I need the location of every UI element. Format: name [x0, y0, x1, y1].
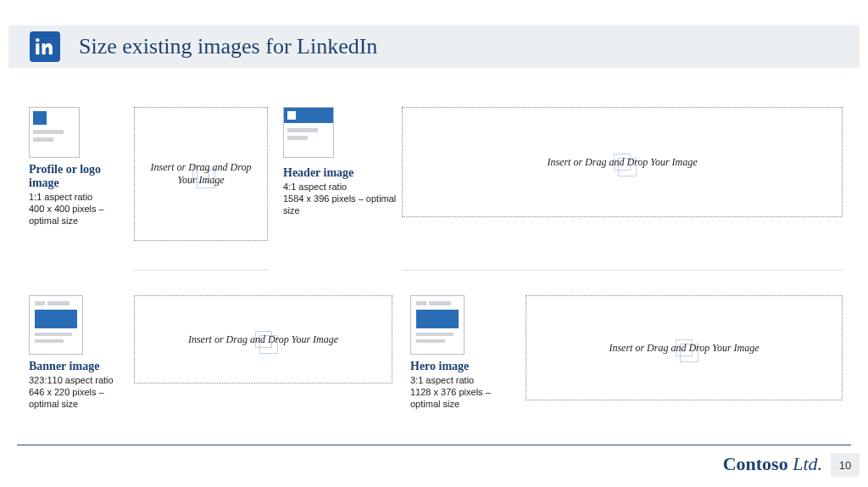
card-header: Header image 4:1 aspect ratio 1584 x 396… [283, 107, 398, 216]
title-bar: Size existing images for LinkedIn [8, 25, 860, 68]
dropzone-header[interactable]: Insert or Drag and Drop Your Image [402, 107, 843, 217]
dropzone-profile[interactable]: Insert or Drag and Drop Your Image [134, 107, 268, 241]
divider [134, 270, 268, 271]
card-banner: Banner image 323:110 aspect ratio 646 x … [29, 295, 131, 410]
profile-desc: 1:1 aspect ratio 400 x 400 pixels – opti… [29, 192, 131, 227]
header-thumb [283, 107, 334, 158]
page-number: 10 [831, 453, 860, 477]
dropzone-label: Insert or Drag and Drop Your Image [181, 333, 345, 346]
banner-title: Banner image [29, 360, 131, 373]
card-profile: Profile or logo image 1:1 aspect ratio 4… [29, 107, 131, 227]
page-title: Size existing images for LinkedIn [79, 34, 377, 59]
dropzone-label: Insert or Drag and Drop Your Image [602, 342, 765, 355]
dropzone-hero[interactable]: Insert or Drag and Drop Your Image [526, 295, 843, 400]
hero-title: Hero image [410, 360, 520, 373]
hero-thumb [410, 295, 465, 355]
linkedin-icon [30, 31, 60, 62]
banner-thumb [29, 295, 83, 355]
dropzone-label: Insert or Drag and Drop Your Image [135, 161, 267, 187]
header-desc: 4:1 aspect ratio 1584 x 396 pixels – opt… [283, 182, 398, 216]
profile-thumb [29, 107, 80, 158]
banner-desc: 323:110 aspect ratio 646 x 220 pixels – … [29, 375, 131, 410]
footer-brand: Contoso Ltd. [723, 453, 822, 475]
hero-desc: 3:1 aspect ratio 1128 x 376 pixels – opt… [410, 375, 520, 410]
profile-title: Profile or logo image [29, 163, 131, 190]
divider [402, 270, 843, 271]
dropzone-banner[interactable]: Insert or Drag and Drop Your Image [134, 295, 392, 383]
footer-divider [17, 445, 851, 445]
card-hero: Hero image 3:1 aspect ratio 1128 x 376 p… [410, 295, 520, 410]
header-title: Header image [283, 166, 398, 180]
dropzone-label: Insert or Drag and Drop Your Image [540, 156, 704, 169]
